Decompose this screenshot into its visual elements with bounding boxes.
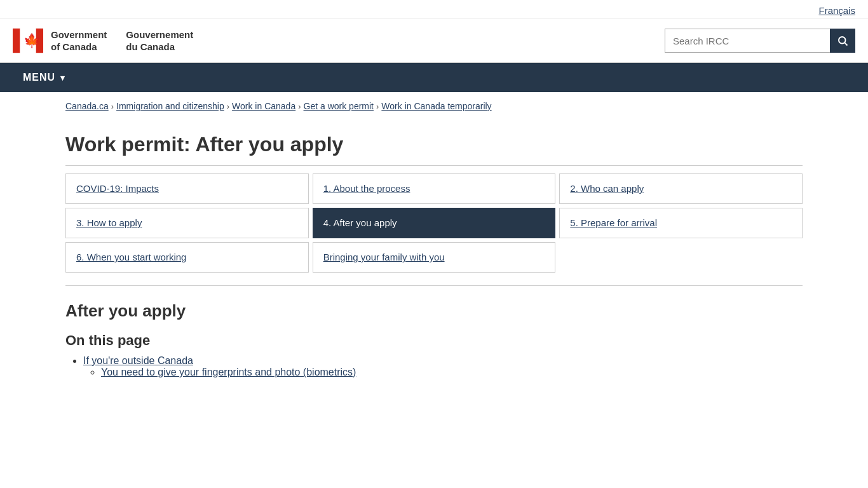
menu-button[interactable]: MENU ▾ [13, 63, 76, 92]
tab-prepare-arrival[interactable]: 5. Prepare for arrival [559, 208, 803, 238]
gov-name-french: Gouvernement du Canada [126, 29, 193, 53]
breadcrumb-item[interactable]: Work in Canada temporarily [381, 101, 491, 111]
tab-covid-link[interactable]: COVID-19: Impacts [76, 183, 159, 194]
toc-list: If you're outside Canada You need to giv… [83, 355, 803, 378]
tab-who-can-apply[interactable]: 2. Who can apply [559, 173, 803, 204]
tab-when-start-working-link[interactable]: 6. When you start working [76, 252, 186, 262]
search-input[interactable] [665, 29, 830, 53]
breadcrumb-item[interactable]: Canada.ca [65, 101, 109, 111]
search-area [665, 29, 855, 53]
toc-sub-list: You need to give your fingerprints and p… [101, 367, 803, 378]
tab-how-to-apply[interactable]: 3. How to apply [65, 208, 309, 238]
toc-biometrics-link[interactable]: You need to give your fingerprints and p… [101, 367, 356, 377]
list-item: You need to give your fingerprints and p… [101, 367, 803, 378]
search-icon [837, 35, 848, 46]
section-divider [65, 285, 803, 286]
tab-empty [559, 242, 803, 273]
svg-point-4 [839, 37, 846, 44]
chevron-down-icon: ▾ [60, 73, 65, 83]
list-item: If you're outside Canada You need to giv… [83, 355, 803, 378]
language-toggle[interactable]: Français [818, 5, 855, 16]
tab-after-you-apply-link[interactable]: 4. After you apply [323, 217, 397, 228]
tab-covid[interactable]: COVID-19: Impacts [65, 173, 309, 204]
gov-name-english: Government of Canada [51, 29, 107, 53]
breadcrumb-separator: › [111, 102, 114, 111]
on-this-page-title: On this page [65, 332, 803, 349]
tab-about-process-link[interactable]: 1. About the process [323, 183, 410, 194]
tab-how-to-apply-link[interactable]: 3. How to apply [76, 217, 142, 228]
logo-area: 🍁 Government of Canada Gouvernement du C… [13, 25, 193, 56]
search-button[interactable] [830, 29, 855, 53]
breadcrumb-separator: › [376, 102, 379, 111]
tab-after-you-apply[interactable]: 4. After you apply [313, 208, 556, 238]
tabs-grid: COVID-19: Impacts 1. About the process 2… [65, 173, 803, 273]
breadcrumb-separator: › [298, 102, 301, 111]
breadcrumb-item[interactable]: Immigration and citizenship [116, 101, 224, 111]
tab-who-can-apply-link[interactable]: 2. Who can apply [570, 183, 644, 194]
tab-bringing-family-link[interactable]: Bringing your family with you [323, 252, 445, 262]
tab-bringing-family[interactable]: Bringing your family with you [313, 242, 556, 273]
breadcrumb-separator: › [227, 102, 229, 111]
nav-bar: MENU ▾ [0, 63, 868, 92]
toc-outside-canada-link[interactable]: If you're outside Canada [83, 355, 193, 366]
breadcrumb-item[interactable]: Get a work permit [304, 101, 374, 111]
main-content: Work permit: After you apply COVID-19: I… [53, 120, 815, 400]
tab-when-start-working[interactable]: 6. When you start working [65, 242, 309, 273]
tab-prepare-arrival-link[interactable]: 5. Prepare for arrival [570, 217, 657, 228]
breadcrumb: Canada.ca › Immigration and citizenship … [53, 92, 815, 120]
breadcrumb-item[interactable]: Work in Canada [232, 101, 295, 111]
canada-flag-icon: 🍁 [13, 25, 43, 56]
section-after-you-apply-title: After you apply [65, 301, 803, 321]
government-name: Government of Canada Gouvernement du Can… [51, 29, 193, 53]
svg-rect-0 [13, 29, 20, 53]
tab-about-process[interactable]: 1. About the process [313, 173, 556, 204]
page-title: Work permit: After you apply [65, 133, 803, 166]
svg-text:🍁: 🍁 [24, 32, 41, 49]
svg-line-5 [844, 43, 847, 45]
